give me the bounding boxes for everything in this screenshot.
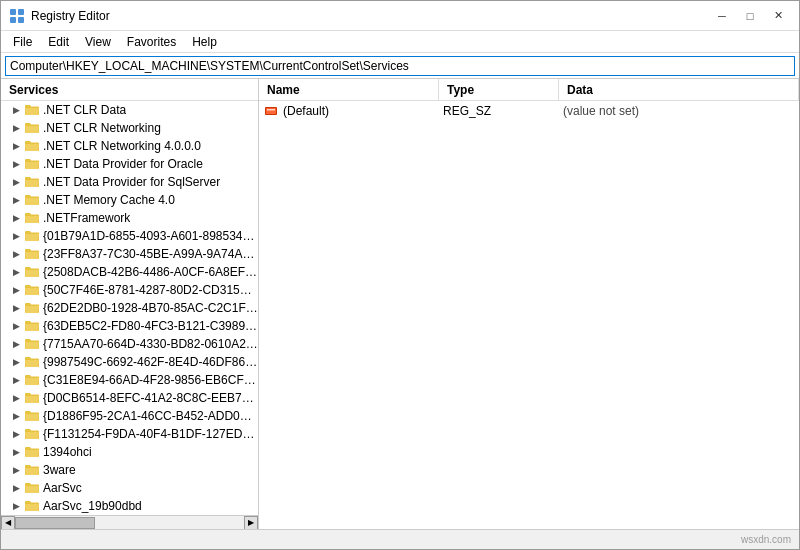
tree-expand-arrow[interactable]: ▶	[9, 301, 23, 315]
tree-expand-arrow[interactable]: ▶	[9, 247, 23, 261]
menu-edit[interactable]: Edit	[40, 33, 77, 51]
tree-expand-arrow[interactable]: ▶	[9, 175, 23, 189]
tree-item[interactable]: ▶ .NET CLR Networking 4.0.0.0	[1, 137, 258, 155]
tree-expand-arrow[interactable]: ▶	[9, 463, 23, 477]
svg-rect-0	[10, 9, 16, 15]
tree-item[interactable]: ▶ .NET Data Provider for Oracle	[1, 155, 258, 173]
menu-help[interactable]: Help	[184, 33, 225, 51]
hscroll-left-button[interactable]: ◀	[1, 516, 15, 530]
tree-pane: Services ▶ .NET CLR Data▶ .NET CLR Netwo…	[1, 79, 259, 529]
tree-item-label: {01B79A1D-6855-4093-A601-89853494...	[43, 229, 258, 243]
right-pane: Name Type Data (Default)REG_SZ(value not…	[259, 79, 799, 529]
svg-rect-5	[266, 108, 276, 114]
tree-expand-arrow[interactable]: ▶	[9, 409, 23, 423]
tree-item[interactable]: ▶ {62DE2DB0-1928-4B70-85AC-C2C1FDF...	[1, 299, 258, 317]
folder-icon	[25, 301, 39, 315]
tree-item[interactable]: ▶ .NET Data Provider for SqlServer	[1, 173, 258, 191]
tree-item-label: {D0CB6514-8EFC-41A2-8C8C-EEB7F3A...	[43, 391, 258, 405]
tree-scroll-container[interactable]: ▶ .NET CLR Data▶ .NET CLR Networking▶ .N…	[1, 101, 258, 515]
tree-item[interactable]: ▶ {D1886F95-2CA1-46CC-B452-ADD02B8...	[1, 407, 258, 425]
registry-editor-window: Registry Editor ─ □ ✕ File Edit View Fav…	[0, 0, 800, 550]
folder-icon	[25, 337, 39, 351]
folder-icon	[25, 193, 39, 207]
tree-item[interactable]: ▶ {50C7F46E-8781-4287-80D2-CD315DA...	[1, 281, 258, 299]
tree-item-label: {63DEB5C2-FD80-4FC3-B121-C398992...	[43, 319, 258, 333]
col-header-data: Data	[559, 79, 799, 100]
tree-expand-arrow[interactable]: ▶	[9, 229, 23, 243]
tree-expand-arrow[interactable]: ▶	[9, 427, 23, 441]
close-button[interactable]: ✕	[765, 6, 791, 26]
address-bar	[1, 53, 799, 79]
tree-item-label: 3ware	[43, 463, 76, 477]
tree-expand-arrow[interactable]: ▶	[9, 319, 23, 333]
folder-icon	[25, 481, 39, 495]
tree-expand-arrow[interactable]: ▶	[9, 265, 23, 279]
tree-expand-arrow[interactable]: ▶	[9, 445, 23, 459]
tree-item-label: .NET CLR Networking 4.0.0.0	[43, 139, 201, 153]
folder-icon	[25, 247, 39, 261]
folder-icon	[25, 139, 39, 153]
maximize-button[interactable]: □	[737, 6, 763, 26]
hscroll-track[interactable]	[15, 516, 244, 530]
tree-item[interactable]: ▶ .NET Memory Cache 4.0	[1, 191, 258, 209]
minimize-button[interactable]: ─	[709, 6, 735, 26]
menu-bar: File Edit View Favorites Help	[1, 31, 799, 53]
tree-item[interactable]: ▶ {9987549C-6692-462F-8E4D-46DF86A8...	[1, 353, 258, 371]
folder-icon	[25, 283, 39, 297]
menu-favorites[interactable]: Favorites	[119, 33, 184, 51]
tree-expand-arrow[interactable]: ▶	[9, 373, 23, 387]
registry-row[interactable]: (Default)REG_SZ(value not set)	[259, 101, 799, 121]
tree-expand-arrow[interactable]: ▶	[9, 337, 23, 351]
window-controls: ─ □ ✕	[709, 6, 791, 26]
svg-rect-1	[18, 9, 24, 15]
folder-icon	[25, 409, 39, 423]
title-bar: Registry Editor ─ □ ✕	[1, 1, 799, 31]
tree-item-label: .NET Data Provider for SqlServer	[43, 175, 220, 189]
folder-icon	[25, 499, 39, 513]
tree-item[interactable]: ▶ {23FF8A37-7C30-45BE-A99A-9A74AEB...	[1, 245, 258, 263]
tree-expand-arrow[interactable]: ▶	[9, 391, 23, 405]
menu-view[interactable]: View	[77, 33, 119, 51]
tree-item[interactable]: ▶ {01B79A1D-6855-4093-A601-89853494...	[1, 227, 258, 245]
horizontal-scrollbar[interactable]: ◀ ▶	[1, 515, 258, 529]
tree-item-label: .NET CLR Data	[43, 103, 126, 117]
tree-item[interactable]: ▶ {7715AA70-664D-4330-BD82-0610A26...	[1, 335, 258, 353]
tree-item[interactable]: ▶ {63DEB5C2-FD80-4FC3-B121-C398992...	[1, 317, 258, 335]
hscroll-right-button[interactable]: ▶	[244, 516, 258, 530]
tree-item-label: AarSvc_19b90dbd	[43, 499, 142, 513]
tree-item[interactable]: ▶ AarSvc	[1, 479, 258, 497]
tree-item[interactable]: ▶ .NET CLR Networking	[1, 119, 258, 137]
tree-item[interactable]: ▶ .NET CLR Data	[1, 101, 258, 119]
tree-item-label: .NET CLR Networking	[43, 121, 161, 135]
tree-expand-arrow[interactable]: ▶	[9, 157, 23, 171]
tree-expand-arrow[interactable]: ▶	[9, 355, 23, 369]
tree-item[interactable]: ▶ {C31E8E94-66AD-4F28-9856-EB6CF773...	[1, 371, 258, 389]
tree-expand-arrow[interactable]: ▶	[9, 193, 23, 207]
tree-item-label: {62DE2DB0-1928-4B70-85AC-C2C1FDF...	[43, 301, 258, 315]
tree-expand-arrow[interactable]: ▶	[9, 211, 23, 225]
tree-expand-arrow[interactable]: ▶	[9, 481, 23, 495]
tree-expand-arrow[interactable]: ▶	[9, 103, 23, 117]
tree-expand-arrow[interactable]: ▶	[9, 121, 23, 135]
tree-item[interactable]: ▶ {D0CB6514-8EFC-41A2-8C8C-EEB7F3A...	[1, 389, 258, 407]
tree-header: Services	[1, 79, 258, 101]
folder-icon	[25, 427, 39, 441]
folder-icon	[25, 229, 39, 243]
tree-item[interactable]: ▶ {F1131254-F9DA-40F4-B1DF-127EDEB...	[1, 425, 258, 443]
tree-item-label: 1394ohci	[43, 445, 92, 459]
tree-expand-arrow[interactable]: ▶	[9, 139, 23, 153]
tree-item[interactable]: ▶ .NETFramework	[1, 209, 258, 227]
tree-expand-arrow[interactable]: ▶	[9, 499, 23, 513]
col-header-name: Name	[259, 79, 439, 100]
tree-item[interactable]: ▶ 1394ohci	[1, 443, 258, 461]
tree-item-label: {7715AA70-664D-4330-BD82-0610A26...	[43, 337, 258, 351]
tree-item[interactable]: ▶ {2508DACB-42B6-4486-A0CF-6A8EFB2...	[1, 263, 258, 281]
menu-file[interactable]: File	[5, 33, 40, 51]
tree-item[interactable]: ▶ AarSvc_19b90dbd	[1, 497, 258, 515]
tree-expand-arrow[interactable]: ▶	[9, 283, 23, 297]
hscroll-thumb[interactable]	[15, 517, 95, 529]
tree-item-label: {F1131254-F9DA-40F4-B1DF-127EDEB...	[43, 427, 258, 441]
address-input[interactable]	[5, 56, 795, 76]
tree-item-label: {23FF8A37-7C30-45BE-A99A-9A74AEB...	[43, 247, 258, 261]
tree-item[interactable]: ▶ 3ware	[1, 461, 258, 479]
